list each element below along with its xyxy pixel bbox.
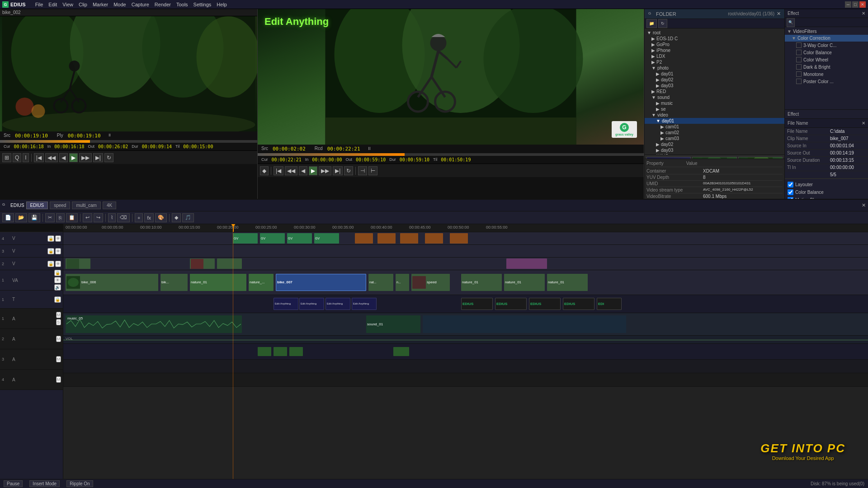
clip-title-3[interactable]: Edit Anything <box>326 298 350 310</box>
track-lock-2v[interactable]: 🔒 <box>47 261 54 267</box>
pgm-prev-frame[interactable]: |◀ <box>274 166 283 175</box>
pgm-btn-1[interactable]: ◆ <box>260 166 269 175</box>
timeline-ruler[interactable]: 00:00:00:00 00:00:05:00 00:00:10:00 00:0… <box>63 224 868 232</box>
tl-split[interactable]: ⌇ <box>108 213 116 222</box>
clip-nature01a[interactable]: nature_01 <box>190 274 246 291</box>
clip-nature01-r1[interactable]: nature_01 <box>461 274 502 291</box>
effect-3way[interactable]: 3-Way Color C... <box>785 42 868 49</box>
folder-iphone[interactable]: ▶ iPhone <box>645 47 784 53</box>
clip-2v-4[interactable] <box>506 258 547 269</box>
clip-sound01[interactable]: sound_01 <box>366 315 420 333</box>
track-2a-content[interactable] <box>63 344 868 360</box>
cb-colorbalance[interactable] <box>788 189 793 195</box>
tl-effect[interactable]: fx <box>144 213 154 222</box>
maximize-button[interactable]: □ <box>852 1 859 8</box>
tl-audio[interactable]: 🎵 <box>182 213 194 222</box>
track-lock-3v[interactable]: 🔒 <box>47 248 54 254</box>
clip-2a-4[interactable] <box>393 347 409 356</box>
src-back[interactable]: ◀ <box>59 153 68 162</box>
tl-tab-speed[interactable]: speed <box>50 202 70 209</box>
folder-cam02[interactable]: ▶ cam02 <box>645 130 784 136</box>
thumb-edius[interactable]: EDIUS EDIUS <box>646 157 691 159</box>
clip-nat-c[interactable]: nat... <box>368 274 393 291</box>
pgm-prev[interactable]: ◀◀ <box>285 166 297 175</box>
track-eye-2v[interactable]: 👁 <box>55 261 61 267</box>
track-1a-content[interactable]: music_05 sound_01 <box>63 313 868 336</box>
pgm-fwd[interactable]: ▶▶ <box>319 166 331 175</box>
asset-new-folder[interactable]: 📁 <box>646 19 657 28</box>
folder-gopro[interactable]: ▶ GoPro <box>645 42 784 47</box>
track-lock-1t[interactable]: 🔒 <box>54 296 61 303</box>
menu-render[interactable]: Render <box>152 2 174 7</box>
track-mute-3a[interactable]: M <box>56 356 61 362</box>
folder-cam03[interactable]: ▶ cam03 <box>645 136 784 141</box>
folder-root[interactable]: ▼ root <box>645 30 784 36</box>
clip-audio-long[interactable] <box>423 315 626 333</box>
tl-color[interactable]: 🎨 <box>155 213 167 222</box>
track-audio-1va[interactable]: 🔊 <box>54 284 61 291</box>
minimize-button[interactable]: ─ <box>845 1 851 8</box>
thumb-bike001[interactable]: bike_001 <box>692 157 736 159</box>
effect-darkbright[interactable]: Dark & Bright <box>785 63 868 70</box>
effect-close[interactable]: ✕ <box>862 11 865 16</box>
tl-copy[interactable]: ⎘ <box>56 213 65 222</box>
folder-music[interactable]: ▶ music <box>645 100 784 106</box>
folder-photo-day03[interactable]: ▶ day03 <box>645 83 784 89</box>
effect-colorbalance[interactable]: Color Balance <box>785 49 868 56</box>
track-lock-1va[interactable]: 🔒 <box>54 270 61 276</box>
effect-search[interactable]: 🔍 <box>787 18 795 27</box>
tl-tab-4k[interactable]: 4K <box>103 202 116 209</box>
menu-clip[interactable]: Clip <box>76 2 90 7</box>
folder-photo[interactable]: ▼ photo <box>645 65 784 71</box>
menu-tools[interactable]: Tools <box>174 2 191 7</box>
clip-4v-9[interactable] <box>450 233 468 244</box>
clip-bike006[interactable]: bike_006 <box>66 274 158 291</box>
clip-4v-4[interactable]: GV <box>314 233 339 244</box>
clip-nature01-r3[interactable]: nature_01 <box>547 274 588 291</box>
pgm-out[interactable]: ⊢ <box>368 166 377 175</box>
btn-ripple-on[interactable]: Ripple On <box>66 480 93 487</box>
src-prev[interactable]: ◀◀ <box>45 153 58 162</box>
effect-toggle-monotone[interactable] <box>796 71 802 77</box>
folder-video-day03[interactable]: ▶ day03 <box>645 147 784 153</box>
clip-edius-4[interactable]: EDIUS <box>563 298 594 310</box>
track-3v-content[interactable] <box>63 245 868 258</box>
track-eye-3v[interactable]: 👁 <box>55 248 61 254</box>
clip-edius-2[interactable]: EDIUS <box>495 298 527 310</box>
clip-2v-3[interactable] <box>217 258 242 269</box>
tl-marker[interactable]: ◆ <box>172 213 181 222</box>
menu-capture[interactable]: Capture <box>129 2 152 7</box>
effect-monotone[interactable]: Monotone <box>785 70 868 78</box>
menu-view[interactable]: View <box>60 2 76 7</box>
tl-new[interactable]: 📄 <box>2 213 14 222</box>
clip-4v-8[interactable] <box>425 233 443 244</box>
pgm-back[interactable]: ◀ <box>299 166 307 175</box>
effect-toggle-postercolor[interactable] <box>796 79 802 84</box>
clip-4v-5[interactable] <box>355 233 373 244</box>
clip-4v-1[interactable]: GV <box>233 233 258 244</box>
program-scrubber[interactable] <box>258 153 644 156</box>
pgm-in[interactable]: ⊣ <box>358 166 367 175</box>
effect-postercolor[interactable]: Poster Color ... <box>785 78 868 85</box>
src-loop[interactable]: ↻ <box>104 153 113 162</box>
clip-bike007[interactable]: bike_007 <box>276 274 366 291</box>
info-close[interactable]: ✕ <box>862 121 865 126</box>
clip-2a-1[interactable] <box>258 347 271 356</box>
cb-layouter[interactable] <box>788 182 793 188</box>
folder-ldx[interactable]: ▶ LDX <box>645 53 784 59</box>
tl-tab-edius[interactable]: EDIUS <box>26 202 48 209</box>
effect-color-correction[interactable]: ▼ Color Correction <box>785 35 868 42</box>
clip-4v-7[interactable] <box>400 233 418 244</box>
clip-2a-3[interactable] <box>289 347 303 356</box>
menu-settings[interactable]: Settings <box>191 2 214 7</box>
tl-delete[interactable]: ⌫ <box>117 213 130 222</box>
effect-colorwheel[interactable]: Color Wheel <box>785 56 868 63</box>
clip-4v-3[interactable]: GV <box>287 233 312 244</box>
tl-cut[interactable]: ✂ <box>45 213 55 222</box>
tl-tab-multicam[interactable]: multi_cam <box>72 202 101 209</box>
src-btn-1[interactable]: ⊞ <box>2 153 11 162</box>
btn-pause[interactable]: Pause <box>4 480 23 487</box>
track-solo-1a[interactable]: S <box>56 319 61 325</box>
thumb-bike002[interactable]: bike_002 <box>738 157 783 159</box>
clip-edius-5[interactable]: EDI <box>597 298 622 310</box>
